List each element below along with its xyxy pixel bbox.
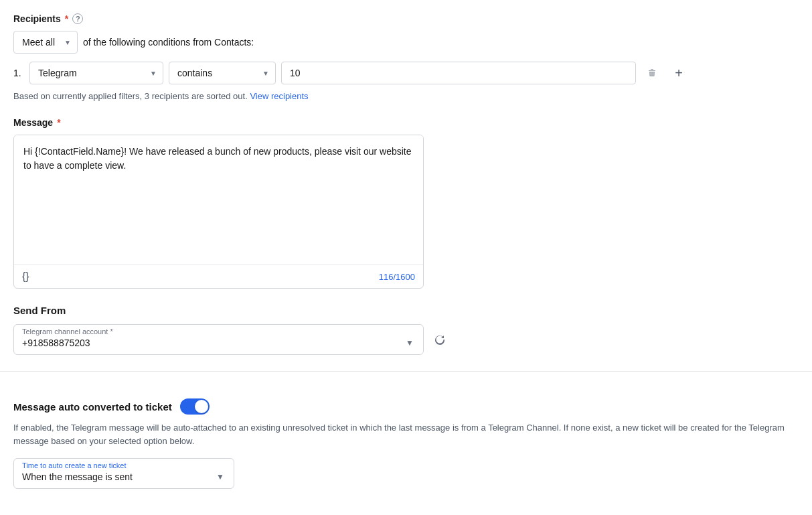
telegram-account-wrapper: Telegram channel account * +918588875203… xyxy=(13,324,424,355)
telegram-account-dropdown-button[interactable]: ▼ xyxy=(404,337,415,349)
toggle-slider xyxy=(180,398,210,415)
field-select[interactable]: Telegram Email Phone Name xyxy=(29,62,163,84)
filter-value-input[interactable] xyxy=(281,62,636,84)
message-box: Hi {!ContactField.Name}! We have release… xyxy=(13,135,424,289)
delete-filter-button[interactable] xyxy=(641,62,663,84)
telegram-account-value: +918588875203 xyxy=(22,338,90,348)
add-filter-button[interactable]: + xyxy=(668,62,689,84)
meet-all-select[interactable]: Meet all xyxy=(13,31,78,54)
telegram-account-label: Telegram channel account * xyxy=(22,327,415,336)
message-section: Message * Hi {!ContactField.Name}! We ha… xyxy=(13,117,799,289)
auto-ticket-description: If enabled, the Telegram message will be… xyxy=(13,421,797,447)
auto-ticket-time-value: When the message is sent xyxy=(22,471,133,482)
auto-ticket-toggle[interactable] xyxy=(180,398,210,415)
message-required-star: * xyxy=(57,117,60,128)
telegram-account-row: +918588875203 ▼ xyxy=(22,337,415,349)
auto-ticket-label: Message auto converted to ticket xyxy=(13,401,172,413)
page-container: Recipients * ? Meet all ▼ of the followi… xyxy=(0,0,812,515)
recipients-section: Recipients * ? Meet all ▼ of the followi… xyxy=(13,13,799,101)
auto-ticket-section: Message auto converted to ticket If enab… xyxy=(13,385,799,502)
view-recipients-link[interactable]: View recipients xyxy=(250,91,308,101)
auto-ticket-time-label: Time to auto create a new ticket xyxy=(22,461,226,469)
message-textarea[interactable]: Hi {!ContactField.Name}! We have release… xyxy=(14,135,423,263)
filter-number: 1. xyxy=(13,68,24,78)
template-icon[interactable]: {} xyxy=(22,271,29,283)
separator xyxy=(0,371,812,372)
meet-all-wrapper: Meet all ▼ xyxy=(13,31,78,54)
send-from-label: Send From xyxy=(13,305,799,316)
help-icon[interactable]: ? xyxy=(72,13,83,24)
recipients-row: Meet all ▼ of the following conditions f… xyxy=(13,31,799,54)
conditions-text: of the following conditions from Contact… xyxy=(83,37,254,48)
refresh-button[interactable] xyxy=(429,329,451,350)
char-count: 116/1600 xyxy=(379,272,415,282)
recipients-title: Recipients xyxy=(13,13,61,24)
auto-ticket-dropdown-button[interactable]: ▼ xyxy=(215,471,226,483)
filter-row: 1. Telegram Email Phone Name ▼ contains … xyxy=(13,62,799,84)
operator-select-wrapper: contains does not contain equals is empt… xyxy=(169,62,276,84)
send-from-section: Send From Telegram channel account * +91… xyxy=(13,305,799,355)
auto-ticket-time-row: When the message is sent ▼ xyxy=(22,471,226,483)
message-label: Message * xyxy=(13,117,799,128)
operator-select[interactable]: contains does not contain equals is empt… xyxy=(169,62,276,84)
message-title: Message xyxy=(13,117,53,128)
recipients-label: Recipients * ? xyxy=(13,13,799,24)
auto-ticket-time-wrapper: Time to auto create a new ticket When th… xyxy=(13,458,234,489)
toggle-row: Message auto converted to ticket xyxy=(13,398,799,415)
required-star: * xyxy=(65,13,68,24)
send-from-row: Telegram channel account * +918588875203… xyxy=(13,324,799,355)
message-footer: {} 116/1600 xyxy=(14,265,423,288)
field-select-wrapper: Telegram Email Phone Name ▼ xyxy=(29,62,163,84)
filter-info: Based on currently applied filters, 3 re… xyxy=(13,91,799,101)
